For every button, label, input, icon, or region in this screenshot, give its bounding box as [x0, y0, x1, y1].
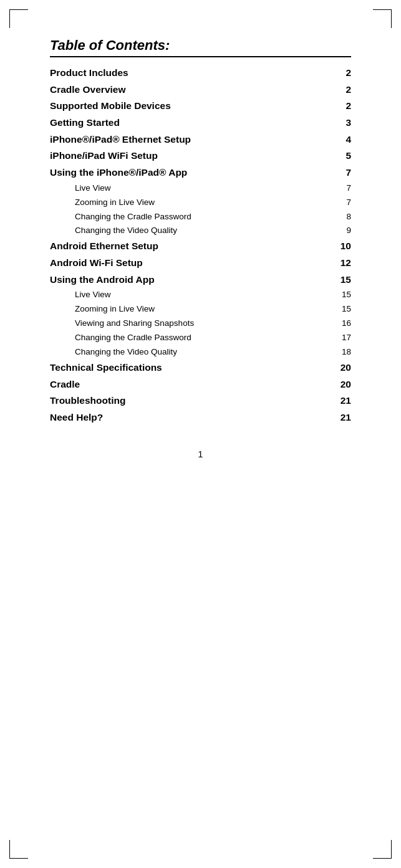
- entry-dots: [128, 403, 337, 404]
- entry-page: 8: [346, 211, 351, 223]
- entry-page: 7: [346, 183, 351, 194]
- toc-divider: [50, 56, 351, 57]
- entry-text: Changing the Cradle Password: [75, 211, 191, 223]
- entry-page: 2: [345, 66, 351, 80]
- entry-page: 2: [345, 83, 351, 97]
- entry-page: 20: [341, 361, 351, 374]
- entry-text: Changing the Video Quality: [75, 346, 177, 358]
- toc-content: Product Includes 2 Cradle Overview 2 Sup…: [50, 66, 351, 424]
- entry-dots: [161, 249, 338, 249]
- entry-page: 20: [341, 378, 351, 391]
- toc-sub-entry: Changing the Cradle Password 8: [75, 211, 351, 223]
- entry-text: Using the Android App: [50, 273, 155, 287]
- entry-text: Changing the Cradle Password: [75, 332, 191, 344]
- entry-page: 16: [342, 318, 351, 330]
- entry-page: 21: [341, 411, 351, 424]
- entry-text: Product Includes: [50, 66, 128, 80]
- entry-dots: [157, 311, 339, 312]
- entry-text: Viewing and Sharing Snapshots: [75, 318, 194, 330]
- entry-text: Using the iPhone®/iPad® App: [50, 166, 187, 179]
- page-container: ENGLISH Table of Contents: Product Inclu…: [0, 0, 401, 868]
- entry-text: Android Ethernet Setup: [50, 239, 158, 253]
- entry-dots: [82, 387, 338, 388]
- toc-main-entry: Using the iPhone®/iPad® App 7: [50, 166, 351, 179]
- entry-page: 17: [342, 332, 351, 344]
- entry-page: 18: [342, 346, 351, 358]
- entry-dots: [190, 175, 343, 176]
- entry-dots: [180, 354, 339, 355]
- entry-dots: [105, 420, 337, 421]
- entry-dots: [128, 92, 343, 93]
- entry-page: 9: [346, 225, 351, 237]
- toc-main-entry: Cradle 20: [50, 378, 351, 391]
- corner-mark-top-right: [373, 9, 392, 28]
- entry-dots: [157, 282, 338, 283]
- entry-text: Android Wi-Fi Setup: [50, 256, 143, 270]
- corner-mark-top-left: [9, 9, 28, 28]
- entry-dots: [196, 325, 339, 326]
- entry-dots: [194, 340, 339, 340]
- toc-sub-entry: Changing the Cradle Password 17: [75, 332, 351, 344]
- toc-main-entry: Product Includes 2: [50, 66, 351, 80]
- entry-text: Zooming in Live View: [75, 197, 155, 209]
- toc-main-entry: iPhone/iPad WiFi Setup 5: [50, 149, 351, 163]
- toc-main-entry: Using the Android App 15: [50, 273, 351, 287]
- entry-page: 7: [346, 197, 351, 209]
- entry-page: 15: [342, 289, 351, 301]
- corner-mark-bottom-left: [9, 840, 28, 859]
- entry-dots: [165, 370, 338, 371]
- toc-main-entry: iPhone®/iPad® Ethernet Setup 4: [50, 133, 351, 146]
- entry-page: 3: [345, 116, 351, 130]
- entry-dots: [193, 142, 343, 143]
- toc-sub-entry: Changing the Video Quality 18: [75, 346, 351, 358]
- entry-dots: [173, 108, 344, 109]
- entry-dots: [122, 125, 343, 126]
- title-section: Table of Contents:: [50, 37, 351, 57]
- page-number: 1: [50, 449, 351, 459]
- toc-main-entry: Need Help? 21: [50, 411, 351, 424]
- toc-main-entry: Cradle Overview 2: [50, 83, 351, 97]
- entry-text: Live View: [75, 183, 111, 194]
- entry-page: 4: [345, 133, 351, 146]
- entry-page: 7: [345, 166, 351, 179]
- toc-main-entry: Troubleshooting 21: [50, 394, 351, 408]
- entry-dots: [114, 297, 339, 297]
- toc-sub-entry: Zooming in Live View 15: [75, 303, 351, 315]
- entry-page: 5: [345, 149, 351, 163]
- toc-sub-entry: Changing the Video Quality 9: [75, 225, 351, 237]
- entry-text: Zooming in Live View: [75, 303, 155, 315]
- entry-dots: [160, 158, 343, 159]
- entry-dots: [180, 232, 344, 233]
- entry-text: Troubleshooting: [50, 394, 125, 408]
- entry-dots: [194, 219, 344, 219]
- toc-main-entry: Android Ethernet Setup 10: [50, 239, 351, 253]
- entry-text: Live View: [75, 289, 111, 301]
- entry-text: Cradle: [50, 378, 80, 391]
- entry-page: 12: [341, 256, 351, 270]
- entry-text: Changing the Video Quality: [75, 225, 177, 237]
- entry-dots: [114, 190, 344, 191]
- toc-sub-entry: Zooming in Live View 7: [75, 197, 351, 209]
- entry-dots: [131, 75, 344, 76]
- toc-sub-entry: Live View 7: [75, 183, 351, 194]
- entry-page: 2: [345, 99, 351, 113]
- entry-page: 21: [341, 394, 351, 408]
- entry-page: 15: [342, 303, 351, 315]
- entry-text: Supported Mobile Devices: [50, 99, 171, 113]
- toc-main-entry: Android Wi-Fi Setup 12: [50, 256, 351, 270]
- toc-main-entry: Technical Specifications 20: [50, 361, 351, 374]
- entry-dots: [157, 204, 344, 205]
- entry-text: iPhone®/iPad® Ethernet Setup: [50, 133, 191, 146]
- entry-dots: [145, 265, 338, 266]
- entry-page: 15: [341, 273, 351, 287]
- toc-main-entry: Getting Started 3: [50, 116, 351, 130]
- entry-text: iPhone/iPad WiFi Setup: [50, 149, 158, 163]
- entry-text: Cradle Overview: [50, 83, 125, 97]
- entry-text: Need Help?: [50, 411, 103, 424]
- corner-mark-bottom-right: [373, 840, 392, 859]
- toc-sub-entry: Live View 15: [75, 289, 351, 301]
- toc-sub-entry: Viewing and Sharing Snapshots 16: [75, 318, 351, 330]
- toc-title: Table of Contents:: [50, 37, 351, 54]
- entry-text: Getting Started: [50, 116, 120, 130]
- toc-main-entry: Supported Mobile Devices 2: [50, 99, 351, 113]
